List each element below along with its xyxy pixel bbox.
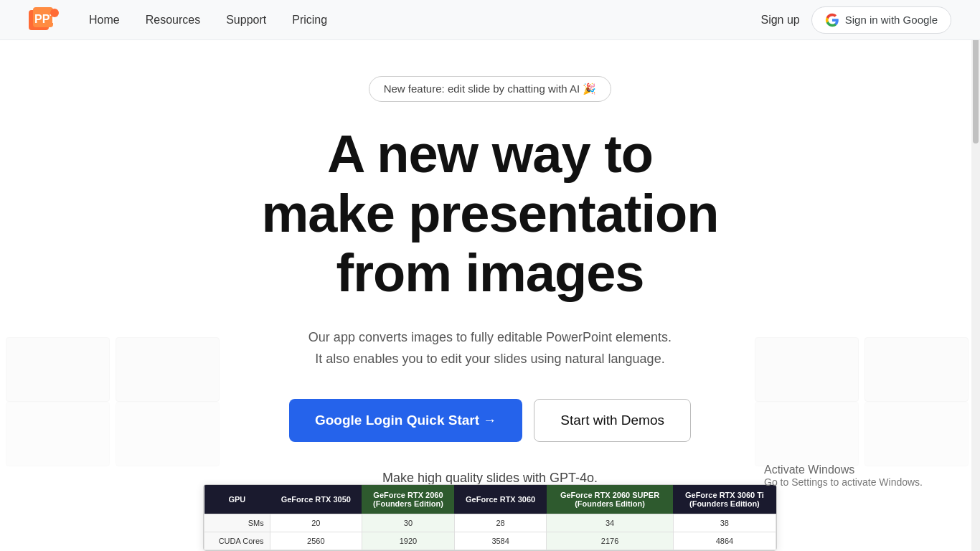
hero-title-line2: make presentation xyxy=(262,184,719,243)
hero-subtitle-line2: It also enables you to edit your slides … xyxy=(315,352,664,366)
nav-resources[interactable]: Resources xyxy=(146,14,200,27)
signin-label: Sign in with Google xyxy=(845,14,938,26)
signin-google-button[interactable]: Sign in with Google xyxy=(811,6,951,34)
table-preview: GPU GeForce RTX 3050 GeForce RTX 2060(Fo… xyxy=(203,484,777,551)
navbar-right: Sign up Sign in with Google xyxy=(760,6,951,34)
table-cell-cuda-3060ti: 4864 xyxy=(673,532,776,550)
hero-subtitle: Our app converts images to fully editabl… xyxy=(308,326,672,370)
start-with-demos-button[interactable]: Start with Demos xyxy=(534,399,691,442)
nav-pricing[interactable]: Pricing xyxy=(292,14,327,27)
svg-point-3 xyxy=(50,9,59,17)
google-icon xyxy=(825,13,839,27)
table-cell-cuda-3060: 3584 xyxy=(454,532,546,550)
table-cell-sms-label: SMs xyxy=(204,514,270,532)
hero-subtitle-line1: Our app converts images to fully editabl… xyxy=(308,330,672,344)
google-login-quickstart-button[interactable]: Google Login Quick Start → xyxy=(289,399,522,442)
hero-section: New feature: edit slide by chatting with… xyxy=(0,40,980,503)
table-cell-cuda-3050: 2560 xyxy=(270,532,362,550)
table-cell-sms-2060: 30 xyxy=(362,514,454,532)
table-header-rtx3060ti: GeForce RTX 3060 Ti(Founders Edition) xyxy=(673,485,776,514)
cta-secondary-label: Start with Demos xyxy=(560,413,664,428)
signup-link[interactable]: Sign up xyxy=(760,14,799,27)
table-cell-cuda-2060: 1920 xyxy=(362,532,454,550)
feature-badge: New feature: edit slide by chatting with… xyxy=(369,76,612,102)
table-cell-cuda-label: CUDA Cores xyxy=(204,532,270,550)
table-cell-sms-3060ti: 38 xyxy=(673,514,776,532)
navbar: PPT Home Resources Support Pricing Sign … xyxy=(0,0,980,40)
navbar-left: PPT Home Resources Support Pricing xyxy=(29,7,327,33)
hero-title: A new way to make presentation from imag… xyxy=(262,125,719,303)
gpu-comparison-table: GPU GeForce RTX 3050 GeForce RTX 2060(Fo… xyxy=(204,485,776,550)
logo[interactable]: PPT xyxy=(29,7,60,33)
activate-windows-subtitle: Go to Settings to activate Windows. xyxy=(764,476,923,488)
hero-title-line1: A new way to xyxy=(327,124,653,184)
hero-title-line3: from images xyxy=(336,243,644,303)
activate-windows-watermark: Activate Windows Go to Settings to activ… xyxy=(764,463,923,488)
cta-primary-label: Google Login Quick Start → xyxy=(315,413,496,428)
nav-links: Home Resources Support Pricing xyxy=(89,14,327,27)
table-header-gpu: GPU xyxy=(204,485,270,514)
nav-home[interactable]: Home xyxy=(89,14,120,27)
gpt4o-description: Make high quality slides with GPT-4o. xyxy=(382,471,598,486)
table-cell-sms-3050: 20 xyxy=(270,514,362,532)
feature-badge-text: New feature: edit slide by chatting with… xyxy=(384,83,597,95)
table-cell-sms-3060: 28 xyxy=(454,514,546,532)
table-header-rtx3060: GeForce RTX 3060 xyxy=(454,485,546,514)
table-cell-sms-2060super: 34 xyxy=(547,514,673,532)
table-header-rtx2060: GeForce RTX 2060(Founders Edition) xyxy=(362,485,454,514)
table-header-rtx2060super: GeForce RTX 2060 SUPER(Founders Edition) xyxy=(547,485,673,514)
cta-buttons: Google Login Quick Start → Start with De… xyxy=(289,399,691,442)
table-cell-cuda-2060super: 2176 xyxy=(547,532,673,550)
table-header-rtx3050: GeForce RTX 3050 xyxy=(270,485,362,514)
nav-support[interactable]: Support xyxy=(226,14,266,27)
table-row-cuda: CUDA Cores 2560 1920 3584 2176 4864 xyxy=(204,532,776,550)
activate-windows-title: Activate Windows xyxy=(764,463,923,476)
table-row-sms: SMs 20 30 28 34 38 xyxy=(204,514,776,532)
